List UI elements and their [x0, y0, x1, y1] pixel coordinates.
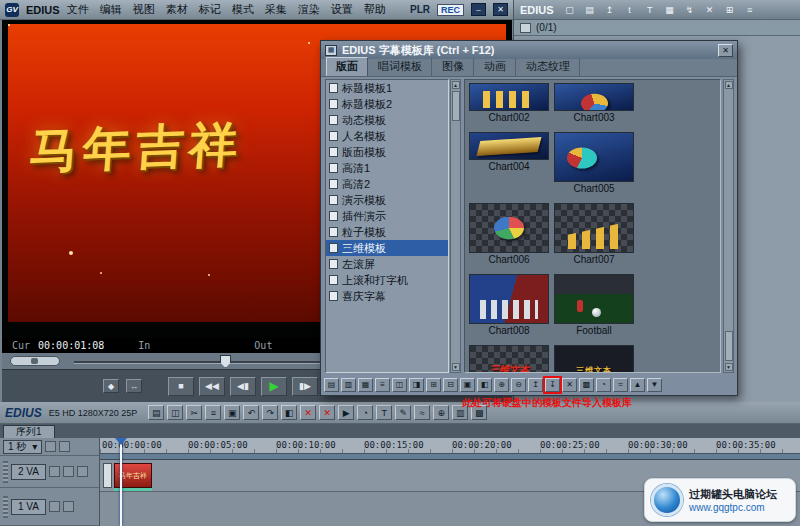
thumb-chart007[interactable]: Chart007	[554, 203, 634, 265]
thumbnail-scrollbar[interactable]: ▲ ▼	[723, 79, 734, 373]
tab-sequence-1[interactable]: 序列1	[3, 425, 55, 438]
tab-image[interactable]: 图像	[433, 58, 474, 76]
thumb-chart005[interactable]: Chart005	[554, 132, 634, 194]
frame-forward-button[interactable]: ▮▶	[292, 377, 318, 396]
rec-mode-button[interactable]: REC	[437, 4, 464, 16]
ripple-mode-icon[interactable]: ≡	[205, 405, 221, 420]
list-item-plugin-demo[interactable]: 插件演示	[326, 208, 448, 224]
scroll-up-icon[interactable]: ▲	[725, 81, 733, 89]
view-medium-icon[interactable]: ▥	[341, 378, 356, 392]
tab-lyrics-template[interactable]: 唱词模板	[369, 58, 432, 76]
list-scrollbar[interactable]: ▲ ▼	[450, 79, 461, 373]
scroll-track[interactable]	[452, 89, 460, 363]
list-view-icon[interactable]: ≡	[742, 3, 758, 17]
menu-file[interactable]: 文件	[67, 2, 89, 17]
add-track-icon[interactable]: ⊕	[433, 405, 449, 420]
track-label-2va[interactable]: 2 VA	[11, 464, 46, 480]
play-button[interactable]: ▶	[261, 377, 287, 396]
apply-icon[interactable]: ≈	[613, 378, 628, 392]
track-drag-handle[interactable]	[3, 461, 8, 483]
thumb-chart004[interactable]: Chart004	[469, 132, 549, 194]
list-item-hd1[interactable]: 高清1	[326, 160, 448, 176]
remove-template-icon[interactable]: ⊖	[511, 378, 526, 392]
list-item-layout-template[interactable]: 版面模板	[326, 144, 448, 160]
list-item-title-template-2[interactable]: 标题模板2	[326, 96, 448, 112]
list-item-3d-template-selected[interactable]: 三维模板	[326, 240, 448, 256]
remove-group-icon[interactable]: ⊟	[443, 378, 458, 392]
insert-mode-icon[interactable]: ▣	[224, 405, 240, 420]
add-template-icon[interactable]: ⊕	[494, 378, 509, 392]
cut-icon[interactable]: ✂	[186, 405, 202, 420]
track-sync-button[interactable]	[77, 466, 88, 477]
menu-mode[interactable]: 模式	[232, 2, 254, 17]
grid-view-icon[interactable]: ⊞	[722, 3, 738, 17]
close-button[interactable]: ✕	[493, 3, 508, 16]
delete-in-icon[interactable]: ✕	[300, 405, 316, 420]
track-mute-button[interactable]	[49, 501, 60, 512]
draw-tool-icon[interactable]: ✎	[395, 405, 411, 420]
timeline-ruler[interactable]: 00:00:00:00 00:00:05:00 00:00:10:00 00:0…	[100, 438, 800, 454]
list-item-demo-template[interactable]: 演示模板	[326, 192, 448, 208]
list-item-dynamic-template[interactable]: 动态模板	[326, 112, 448, 128]
menu-edit[interactable]: 编辑	[100, 2, 122, 17]
waveform-icon[interactable]: ≈	[414, 405, 430, 420]
new-bin-icon[interactable]: ▢	[562, 3, 578, 17]
duplicate-template-icon[interactable]: ◧	[477, 378, 492, 392]
view-list-icon[interactable]: ≡	[375, 378, 390, 392]
menu-marker[interactable]: 标记	[199, 2, 221, 17]
shuttle-slider[interactable]	[10, 356, 60, 366]
plr-mode-button[interactable]: PLR	[410, 4, 430, 15]
export-template-icon[interactable]: ↥	[528, 378, 543, 392]
tab-layout[interactable]: 版面	[326, 57, 368, 76]
view-detail-icon[interactable]: ◫	[392, 378, 407, 392]
list-item-particle-template[interactable]: 粒子模板	[326, 224, 448, 240]
scroll-down-icon[interactable]: ▼	[452, 363, 460, 371]
track-lock-button[interactable]	[63, 466, 74, 477]
jog-icon[interactable]: ◆	[103, 379, 119, 393]
menu-view[interactable]: 视图	[133, 2, 155, 17]
title-tool-icon[interactable]: T	[376, 405, 392, 420]
move-up-icon[interactable]: ▲	[630, 378, 645, 392]
view-small-icon[interactable]: ▦	[358, 378, 373, 392]
thumb-chart006[interactable]: Chart006	[469, 203, 549, 265]
scroll-thumb[interactable]	[725, 331, 733, 361]
scroll-thumb[interactable]	[452, 91, 460, 121]
thumb-chart003[interactable]: Chart003	[554, 83, 634, 123]
undo-icon[interactable]: ↶	[243, 405, 259, 420]
minimize-button[interactable]: –	[471, 3, 486, 16]
thumb-3d-text[interactable]: 三维文本3D Text	[469, 345, 549, 373]
rewind-button[interactable]: ◀◀	[199, 377, 225, 396]
play-timeline-icon[interactable]: ▶	[338, 405, 354, 420]
open-project-icon[interactable]: ▤	[148, 405, 164, 420]
up-folder-icon[interactable]: ↥	[602, 3, 618, 17]
list-item-hd2[interactable]: 高清2	[326, 176, 448, 192]
track-mute-button[interactable]	[49, 466, 60, 477]
effect-icon[interactable]: ↯	[682, 3, 698, 17]
track-drag-handle[interactable]	[3, 496, 8, 518]
folder-view-icon[interactable]: ▤	[582, 3, 598, 17]
list-item-left-scroll[interactable]: 左滚屏	[326, 256, 448, 272]
thumb-football[interactable]: Football	[554, 274, 634, 336]
seek-handle[interactable]	[220, 355, 231, 368]
redo-icon[interactable]: ↷	[262, 405, 278, 420]
tab-animation[interactable]: 动画	[475, 58, 516, 76]
preview-icon[interactable]: ◔	[596, 378, 611, 392]
add-group-icon[interactable]: ⊞	[426, 378, 441, 392]
tab-dynamic-texture[interactable]: 动态纹理	[517, 58, 580, 76]
thumbnail-view-icon[interactable]: ▦	[662, 3, 678, 17]
menu-settings[interactable]: 设置	[331, 2, 353, 17]
delete-icon[interactable]: ✕	[702, 3, 718, 17]
playhead-handle[interactable]	[115, 438, 127, 445]
menu-clip[interactable]: 素材	[166, 2, 188, 17]
split-view-icon[interactable]: ◨	[409, 378, 424, 392]
list-item-festive-subtitle[interactable]: 喜庆字幕	[326, 288, 448, 304]
zoom-out-button[interactable]	[59, 441, 70, 452]
frame-back-button[interactable]: ◀▮	[230, 377, 256, 396]
menu-capture[interactable]: 采集	[265, 2, 287, 17]
stop-button[interactable]: ■	[168, 377, 194, 396]
menu-help[interactable]: 帮助	[364, 2, 386, 17]
shuttle-icon[interactable]: ↔	[126, 379, 142, 393]
thumb-chart002[interactable]: Chart002	[469, 83, 549, 123]
import-template-icon[interactable]: ↧	[545, 378, 560, 392]
scroll-down-icon[interactable]: ▼	[725, 363, 733, 371]
